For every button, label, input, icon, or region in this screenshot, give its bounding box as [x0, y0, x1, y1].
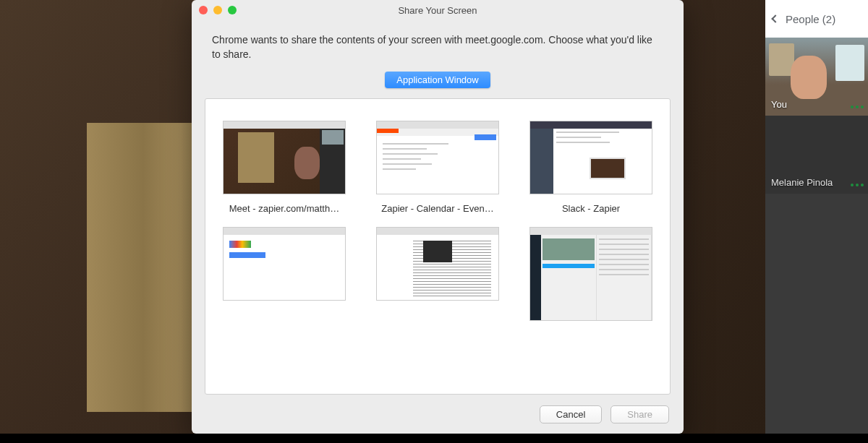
window-option-text[interactable]: [372, 227, 503, 330]
people-header-label: People (2): [786, 13, 835, 25]
dialog-title: Share Your Screen: [199, 5, 676, 16]
participant-tile-other[interactable]: Melanie Pinola: [765, 116, 868, 194]
participant-name-label: You: [771, 99, 787, 110]
window-option-slack[interactable]: Slack - Zapier: [525, 121, 657, 214]
participant-name-label: Melanie Pinola: [771, 177, 833, 188]
participant-tile-you[interactable]: You: [765, 38, 868, 116]
chevron-left-icon: [771, 14, 779, 22]
minimize-icon[interactable]: [213, 6, 222, 14]
window-option-meet[interactable]: Meet - zapier.com/matth…: [218, 121, 350, 214]
window-thumbnail: [529, 227, 652, 321]
window-label: Zapier - Calendar - Even…: [381, 203, 493, 214]
close-icon[interactable]: [199, 6, 208, 14]
maximize-icon[interactable]: [228, 6, 237, 14]
window-option-tweetdeck[interactable]: [525, 227, 657, 330]
window-picker: Meet - zapier.com/matth…: [205, 98, 671, 395]
cancel-button[interactable]: Cancel: [540, 405, 602, 423]
share-button[interactable]: Share: [610, 405, 669, 423]
window-option-zapier[interactable]: Zapier - Calendar - Even…: [372, 121, 503, 214]
window-thumbnail: [376, 227, 499, 301]
share-screen-dialog: Share Your Screen Chrome wants to share …: [192, 0, 684, 434]
window-option-google[interactable]: [218, 227, 350, 330]
people-panel: People (2) You Melanie Pinola: [765, 0, 868, 434]
tab-row: Application Window: [192, 69, 684, 98]
more-icon[interactable]: [851, 184, 864, 186]
dialog-titlebar[interactable]: Share Your Screen: [192, 0, 684, 20]
more-icon[interactable]: [851, 106, 864, 108]
bottom-bar: [0, 434, 868, 443]
window-label: Slack - Zapier: [562, 203, 620, 214]
dialog-prompt: Chrome wants to share the contents of yo…: [192, 20, 684, 69]
people-header[interactable]: People (2): [765, 0, 868, 38]
dialog-footer: Cancel Share: [192, 395, 684, 434]
window-thumbnail: [376, 121, 499, 194]
window-thumbnail: [223, 227, 346, 301]
window-label: Meet - zapier.com/matth…: [229, 203, 339, 214]
window-controls: [199, 6, 237, 14]
window-thumbnail: [529, 121, 652, 194]
tab-application-window[interactable]: Application Window: [385, 72, 490, 88]
window-thumbnail: [223, 121, 346, 194]
